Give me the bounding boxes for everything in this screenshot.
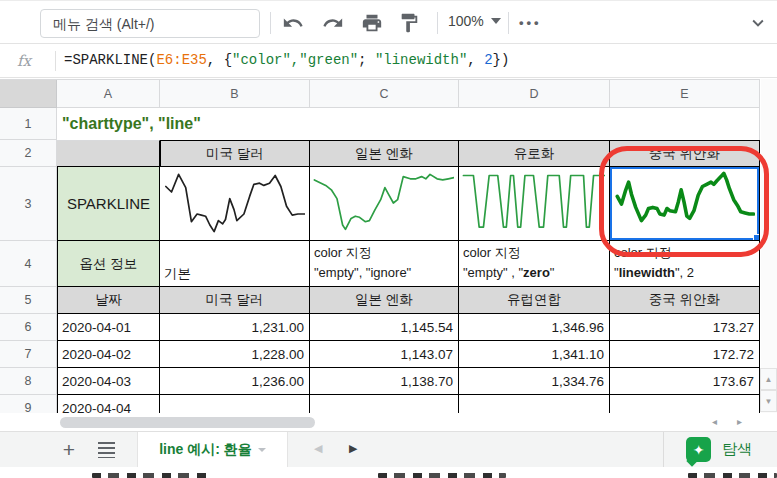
cell-b5-usd-header[interactable]: 미국 달러 [160,287,310,314]
formula-bar-separator [55,51,56,71]
explore-star-icon: ✦ [686,437,711,462]
horizontal-scrollbar: ◂ ▸ [0,413,777,431]
cell-b7-value[interactable]: 1,228.00 [160,341,310,368]
cell-a3-sparkline-label[interactable]: SPARKLINE [57,167,160,241]
row-header-4[interactable]: 4 [0,241,57,287]
row-header-3[interactable]: 3 [0,167,57,241]
row-header-2[interactable]: 2 [0,140,57,167]
collapse-toolbar-icon[interactable] [747,12,769,34]
cell-a4-option-label[interactable]: 옵션 정보 [57,241,160,287]
row-header-5[interactable]: 5 [0,287,57,314]
cell-c5-jpy-header[interactable]: 일본 엔화 [310,287,459,314]
cell-b6-value[interactable]: 1,231.00 [160,314,310,341]
cell-e4-option[interactable]: color 지정 "linewidth", 2 [610,241,760,287]
cell-a6-date[interactable]: 2020-04-01 [57,314,160,341]
toolbar-separator [508,12,509,34]
cell-d2-eur-header[interactable]: 유로화 [459,140,610,167]
cell-a7-date[interactable]: 2020-04-02 [57,341,160,368]
print-icon[interactable] [361,12,383,34]
column-header-a[interactable]: A [57,80,160,108]
cell-b8-value[interactable]: 1,236.00 [160,368,310,395]
tab-options-caret-icon [258,448,266,452]
undo-icon[interactable] [282,12,304,34]
zoom-control[interactable]: 100% [448,13,501,29]
paint-format-icon[interactable] [398,12,420,34]
formula-input[interactable]: =SPARKLINE(E6:E35, {"color","green"; "li… [64,52,509,68]
cell-c7-value[interactable]: 1,143.07 [310,341,459,368]
cell-d4-option[interactable]: color 지정 "empty" , "zero" [459,241,610,287]
column-header-e[interactable]: E [610,80,760,108]
sparkline-usd-chart [163,170,305,236]
column-header-c[interactable]: C [310,80,459,108]
clipped-text-fragment [378,473,506,478]
cell-c3-jpy-sparkline[interactable] [310,167,459,241]
all-sheets-menu-icon[interactable] [98,442,115,458]
row-header-6[interactable]: 6 [0,314,57,341]
clipped-text-fragment [688,473,777,478]
sheet-tab-bar: + line 예시: 환율 ◀ ▶ ✦ 탐색 [0,431,777,467]
explore-label: 탐색 [722,440,752,459]
cell-b4-default[interactable]: 기본 [160,241,310,287]
explore-button[interactable]: ✦ 탐색 [686,437,752,462]
sparkline-cny-chart [613,170,755,236]
scroll-left-icon[interactable]: ◂ [712,416,717,427]
row-header-7[interactable]: 7 [0,341,57,368]
fx-label: fx [17,52,31,70]
option-line1: color 지정 [314,243,454,263]
cell-c2-jpy-header[interactable]: 일본 엔화 [310,140,459,167]
option-line2: "linewidth", 2 [614,263,755,283]
menu-search-input[interactable] [40,9,260,38]
sheet-tab-active[interactable]: line 예시: 환율 [137,432,288,468]
scroll-up-icon: ▲ [765,375,773,384]
option-line2: "empty" , "zero" [463,263,605,283]
scroll-down-button[interactable]: ▼ [760,390,777,412]
row-header-8[interactable]: 8 [0,368,57,395]
column-header-d[interactable]: D [459,80,610,108]
cell-c6-value[interactable]: 1,145.54 [310,314,459,341]
more-options-button[interactable]: ••• [519,15,542,30]
option-line1: color 지정 [614,243,755,263]
cell-d8-value[interactable]: 1,334.76 [459,368,610,395]
cell-e5-cny-header[interactable]: 중국 위안화 [610,287,760,314]
selection-fill-handle[interactable] [753,234,760,241]
cell-e3-cny-sparkline-selected[interactable] [610,167,760,241]
scroll-up-button[interactable]: ▲ [760,368,777,390]
scroll-right-icon[interactable]: ▸ [737,416,742,427]
horizontal-scrollbar-thumb[interactable] [60,417,315,428]
cell-c8-value[interactable]: 1,138.70 [310,368,459,395]
clipped-text-fragment [92,473,210,478]
toolbar-separator [270,12,271,34]
bar-separator [663,432,664,468]
scroll-down-icon: ▼ [765,397,773,406]
vertical-scrollbar[interactable] [761,79,777,413]
row-header-1[interactable]: 1 [0,108,57,140]
option-line1: color 지정 [463,243,605,263]
zoom-value: 100% [448,13,484,29]
prev-tab-icon[interactable]: ◀ [314,442,322,455]
toolbar-separator [437,12,438,34]
cell-d6-value[interactable]: 1,346.96 [459,314,610,341]
cell-a5-date-header[interactable]: 날짜 [57,287,160,314]
sparkline-jpy-chart [313,170,454,236]
cell-e2-cny-header[interactable]: 중국 위안화 [610,140,760,167]
option-line2: "empty", "ignore" [314,263,454,283]
cell-b3-usd-sparkline[interactable] [160,167,310,241]
cell-e8-value[interactable]: 173.67 [610,368,760,395]
cell-d3-eur-sparkline[interactable] [459,167,610,241]
column-header-b[interactable]: B [160,80,310,108]
add-sheet-button[interactable]: + [55,436,83,464]
cell-e7-value[interactable]: 172.72 [610,341,760,368]
next-tab-icon[interactable]: ▶ [349,442,357,455]
cell-d7-value[interactable]: 1,341.10 [459,341,610,368]
cell-b2-usd-header[interactable]: 미국 달러 [160,140,310,167]
cell-c4-option[interactable]: color 지정 "empty", "ignore" [310,241,459,287]
cell-d5-eu-header[interactable]: 유럽연합 [459,287,610,314]
chevron-down-icon [491,18,501,24]
sheet-tab-label: line 예시: 환율 [159,441,252,459]
redo-icon[interactable] [322,12,344,34]
cell-a2[interactable] [57,140,160,167]
cell-a8-date[interactable]: 2020-04-03 [57,368,160,395]
cell-a1-charttype-title[interactable]: "charttype", "line" [57,108,760,140]
cell-e6-value[interactable]: 173.27 [610,314,760,341]
select-all-corner[interactable] [0,80,57,108]
